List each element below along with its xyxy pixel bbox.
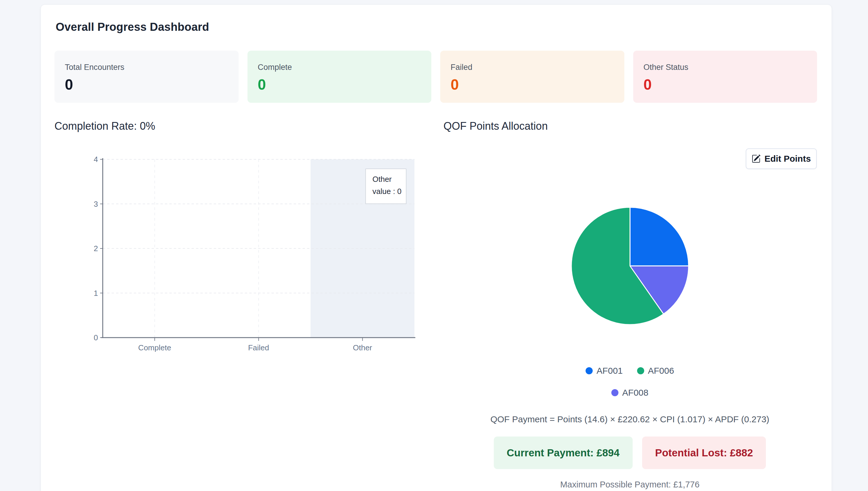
pie-legend-items: AF001AF006AF008 <box>580 366 680 398</box>
pencil-square-icon <box>752 154 760 163</box>
pie-legend: AF001AF006AF008 <box>434 366 826 398</box>
stat-card-value: 0 <box>451 77 614 93</box>
y-axis-tick-label: 2 <box>94 244 98 253</box>
payment-summary-row: Current Payment: £894 Potential Lost: £8… <box>434 436 826 469</box>
dashboard-panel: Overall Progress Dashboard Total Encount… <box>40 4 832 491</box>
legend-dot-icon <box>637 367 644 374</box>
potential-lost-box: Potential Lost: £882 <box>642 436 766 469</box>
legend-dot-icon <box>611 389 619 396</box>
current-payment-box: Current Payment: £894 <box>494 436 633 469</box>
legend-item-AF001[interactable]: AF001 <box>586 366 623 376</box>
qof-points-pie-chart[interactable] <box>568 204 692 327</box>
x-axis-category-label: Complete <box>138 343 171 352</box>
tooltip-value: value : 0 <box>372 185 406 198</box>
y-axis-tick-label: 1 <box>94 289 98 298</box>
stat-card-other-status: Other Status 0 <box>633 51 817 103</box>
legend-label: AF008 <box>622 388 648 398</box>
x-axis-category-label: Other <box>353 343 372 352</box>
stat-card-label: Total Encounters <box>65 62 228 72</box>
qof-payment-formula: QOF Payment = Points (14.6) × £220.62 × … <box>434 414 826 424</box>
tooltip-title: Other <box>372 173 406 185</box>
stat-card-label: Failed <box>451 62 614 72</box>
legend-item-AF008[interactable]: AF008 <box>611 387 648 398</box>
pie-slice-AF001[interactable] <box>630 207 689 266</box>
page-background: Overall Progress Dashboard Total Encount… <box>0 0 868 491</box>
stat-card-value: 0 <box>65 77 228 93</box>
stat-card-value: 0 <box>643 77 807 93</box>
edit-points-label: Edit Points <box>765 154 811 164</box>
max-payment-text: Maximum Possible Payment: £1,776 <box>434 480 826 490</box>
completion-rate-title: Completion Rate: 0% <box>55 120 155 133</box>
legend-dot-icon <box>586 367 593 374</box>
stat-card-failed: Failed 0 <box>440 51 624 103</box>
edit-points-button[interactable]: Edit Points <box>746 148 817 169</box>
stat-card-label: Other Status <box>643 62 807 72</box>
y-axis-tick-label: 4 <box>94 155 98 164</box>
stat-card-complete: Complete 0 <box>247 51 431 103</box>
legend-label: AF001 <box>597 366 623 376</box>
stat-card-label: Complete <box>258 62 421 72</box>
chart-tooltip: Other value : 0 <box>365 169 407 204</box>
qof-points-title: QOF Points Allocation <box>444 120 548 133</box>
stat-card-value: 0 <box>258 77 421 93</box>
legend-item-AF006[interactable]: AF006 <box>637 366 674 376</box>
legend-label: AF006 <box>648 366 674 376</box>
completion-rate-bar-chart[interactable]: 01234CompleteFailedOther <box>82 153 467 360</box>
page-title: Overall Progress Dashboard <box>56 20 209 34</box>
stat-cards-row: Total Encounters 0 Complete 0 Failed 0 O… <box>55 51 817 103</box>
stat-card-total-encounters: Total Encounters 0 <box>55 51 239 103</box>
y-axis-tick-label: 0 <box>94 333 98 342</box>
y-axis-tick-label: 3 <box>94 200 98 208</box>
x-axis-category-label: Failed <box>248 343 269 352</box>
